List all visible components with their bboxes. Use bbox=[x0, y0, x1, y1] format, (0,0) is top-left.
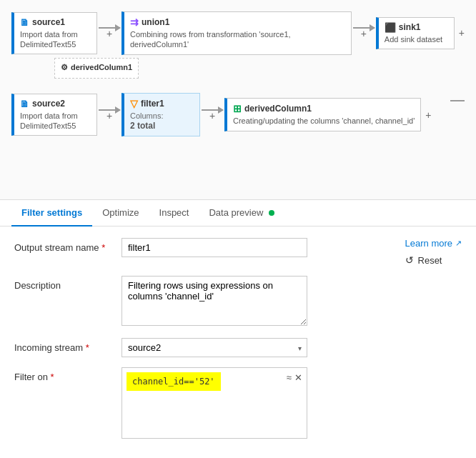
source1-icon: 🗎 bbox=[20, 17, 29, 28]
output-stream-input[interactable] bbox=[122, 238, 307, 257]
add-after-union1[interactable]: + bbox=[361, 29, 367, 39]
sink1-icon: ⬛ bbox=[385, 22, 396, 33]
filter1-node[interactable]: ▽ filter1 Columns: 2 total bbox=[122, 93, 200, 137]
incoming-stream-control: source2 ▾ bbox=[122, 338, 462, 357]
data-preview-status-dot bbox=[269, 210, 274, 216]
add-after-filter1[interactable]: + bbox=[209, 111, 215, 121]
add-after-derived1[interactable]: + bbox=[425, 110, 431, 120]
output-stream-control bbox=[122, 238, 394, 257]
source1-node[interactable]: 🗎 source1 Import data from DelimitedText… bbox=[11, 12, 97, 55]
incoming-stream-label: Incoming stream * bbox=[14, 338, 122, 353]
connector-4: + bbox=[200, 109, 224, 121]
reset-icon: ↺ bbox=[405, 254, 414, 266]
tab-data-preview[interactable]: Data preview bbox=[199, 200, 284, 226]
output-stream-required: * bbox=[101, 242, 105, 253]
description-input[interactable]: Filtering rows using expressions on colu… bbox=[122, 276, 307, 326]
source1-desc: Import data from DelimitedText55 bbox=[20, 29, 91, 50]
filter-on-label: Filter on * bbox=[14, 367, 122, 382]
filter-expr-icons: ≈ ✕ bbox=[287, 372, 302, 383]
canvas-divider bbox=[450, 100, 465, 101]
right-actions: Learn more ↗ ↺ Reset bbox=[405, 238, 462, 266]
filter-expression-box[interactable]: channel_id=='52' ≈ ✕ bbox=[122, 367, 307, 439]
source1-title: source1 bbox=[32, 17, 65, 27]
union1-desc: Combining rows from transformation 'sour… bbox=[130, 29, 345, 50]
filter-close-icon[interactable]: ✕ bbox=[294, 372, 302, 383]
tab-filter-settings[interactable]: Filter settings bbox=[11, 200, 92, 226]
description-control: Filtering rows using expressions on colu… bbox=[122, 276, 462, 328]
incoming-stream-row: Incoming stream * source2 ▾ bbox=[14, 338, 462, 357]
incoming-stream-required: * bbox=[86, 342, 89, 353]
filter1-icon: ▽ bbox=[130, 98, 138, 109]
union1-node[interactable]: ⇉ union1 Combining rows from transformat… bbox=[122, 11, 352, 55]
pipeline-row-1: 🗎 source1 Import data from DelimitedText… bbox=[11, 11, 465, 55]
output-stream-row: Output stream name * Learn more ↗ ↺ Rese… bbox=[14, 238, 462, 266]
sink1-desc: Add sink dataset bbox=[385, 34, 448, 44]
source2-desc: Import data from DelimitedText55 bbox=[20, 111, 91, 131]
tabs-bar: Filter settings Optimize Inspect Data pr… bbox=[0, 200, 476, 226]
reset-button[interactable]: ↺ Reset bbox=[405, 254, 462, 266]
connector-1: + bbox=[97, 27, 122, 39]
filter-settings-form: Output stream name * Learn more ↗ ↺ Rese… bbox=[0, 226, 476, 458]
filter-on-required: * bbox=[51, 372, 54, 382]
learn-more-link[interactable]: Learn more ↗ bbox=[405, 238, 462, 249]
add-after-sink1[interactable]: + bbox=[459, 28, 465, 38]
derived-column1-small-node[interactable]: ⚙ derivedColumn1 bbox=[54, 58, 139, 79]
union1-title: union1 bbox=[142, 17, 169, 27]
derived-column1-node[interactable]: ⊞ derivedColumn1 Creating/updating the c… bbox=[224, 98, 421, 131]
sink1-title: sink1 bbox=[399, 22, 421, 32]
source2-node[interactable]: 🗎 source2 Import data from DelimitedText… bbox=[11, 94, 97, 136]
external-link-icon: ↗ bbox=[455, 239, 462, 248]
pipeline-row-2: 🗎 source2 Import data from DelimitedText… bbox=[11, 93, 465, 137]
connector-2: + bbox=[352, 27, 376, 39]
source2-title: source2 bbox=[32, 99, 65, 109]
tab-inspect[interactable]: Inspect bbox=[149, 200, 199, 226]
incoming-stream-select-wrapper: source2 ▾ bbox=[122, 338, 307, 357]
filter1-title: filter1 bbox=[141, 99, 164, 109]
filter-on-row: Filter on * channel_id=='52' ≈ ✕ bbox=[14, 367, 462, 439]
bottom-panel: Filter settings Optimize Inspect Data pr… bbox=[0, 200, 476, 458]
derived-small-title: derivedColumn1 bbox=[71, 63, 132, 71]
derived-column1-title: derivedColumn1 bbox=[244, 104, 312, 114]
source2-icon: 🗎 bbox=[20, 99, 29, 109]
filter-wand-icon[interactable]: ≈ bbox=[287, 372, 292, 383]
incoming-stream-select[interactable]: source2 bbox=[122, 338, 307, 357]
tab-optimize[interactable]: Optimize bbox=[92, 200, 149, 226]
sink1-node[interactable]: ⬛ sink1 Add sink dataset bbox=[376, 17, 455, 49]
union1-icon: ⇉ bbox=[130, 16, 139, 28]
derived-small-row: ⚙ derivedColumn1 bbox=[54, 58, 465, 79]
output-stream-label: Output stream name * bbox=[14, 238, 122, 253]
add-after-source2[interactable]: + bbox=[106, 111, 112, 121]
filter1-desc: Columns: 2 total bbox=[130, 111, 194, 132]
filter-on-control: channel_id=='52' ≈ ✕ bbox=[122, 367, 462, 439]
description-label: Description bbox=[14, 276, 122, 291]
derived-column1-desc: Creating/updating the columns 'channel, … bbox=[233, 116, 415, 126]
derived-small-icon: ⚙ bbox=[61, 63, 68, 72]
description-row: Description Filtering rows using express… bbox=[14, 276, 462, 328]
pipeline-canvas: 🗎 source1 Import data from DelimitedText… bbox=[0, 0, 476, 200]
derived-column1-icon: ⊞ bbox=[233, 103, 242, 114]
connector-3: + bbox=[97, 109, 122, 121]
add-after-source1[interactable]: + bbox=[106, 29, 112, 39]
filter-expression-highlight: channel_id=='52' bbox=[127, 372, 221, 391]
